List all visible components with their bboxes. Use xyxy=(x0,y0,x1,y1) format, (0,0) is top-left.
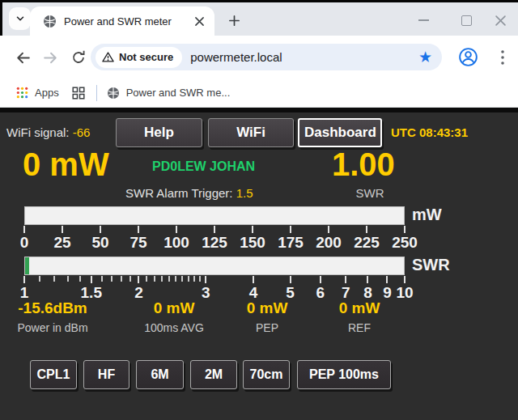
forward-button[interactable] xyxy=(40,47,61,68)
minimize-icon xyxy=(418,19,429,21)
bookmark-item[interactable]: Power and SWR me... xyxy=(126,87,231,99)
new-tab-button[interactable] xyxy=(223,9,245,32)
globe-favicon-icon xyxy=(43,15,57,28)
minor-tick xyxy=(188,276,189,282)
minor-tick xyxy=(79,276,81,282)
url-text: powermeter.local xyxy=(190,50,282,64)
utc-clock: UTC 08:43:31 xyxy=(391,125,468,139)
major-tick xyxy=(328,226,329,233)
browser-menu-button[interactable] xyxy=(495,47,510,68)
minor-tick xyxy=(146,276,147,282)
close-icon xyxy=(495,15,506,26)
apps-label[interactable]: Apps xyxy=(35,87,59,99)
major-tick xyxy=(138,226,139,233)
major-tick xyxy=(23,276,25,283)
power-meter-bar xyxy=(24,206,405,225)
page-top-border xyxy=(0,108,518,112)
nav-button-help[interactable]: Help xyxy=(116,118,202,147)
band-button-cpl1[interactable]: CPL1 xyxy=(30,360,77,389)
reading-list-grid-icon[interactable] xyxy=(72,87,85,100)
reload-button[interactable] xyxy=(68,47,89,68)
major-tick xyxy=(62,226,63,233)
major-tick xyxy=(91,276,92,283)
major-tick xyxy=(205,276,206,283)
power-meter-unit: mW xyxy=(412,206,442,224)
band-button-70cm[interactable]: 70cm xyxy=(243,360,290,389)
major-tick xyxy=(366,226,367,233)
readout-label: REF xyxy=(303,321,416,334)
minor-tick xyxy=(39,276,40,282)
readout-ref: 0 mWREF xyxy=(303,299,416,334)
tick-label: 250 xyxy=(382,234,427,252)
swr-meter-unit: SWR xyxy=(412,256,450,274)
readout-label: Power in dBm xyxy=(0,321,109,334)
minor-tick xyxy=(193,276,195,282)
major-tick xyxy=(386,276,388,283)
minor-tick xyxy=(67,276,69,282)
bookmarks-divider xyxy=(96,85,97,101)
major-tick xyxy=(176,226,177,233)
swr-alarm-label: SWR Alarm Trigger: xyxy=(125,186,233,200)
browser-window: Power and SWR meter xyxy=(0,0,518,420)
bookmark-star-icon[interactable]: ★ xyxy=(418,48,432,66)
minor-tick xyxy=(199,276,201,282)
wifi-signal-label: WiFi signal: xyxy=(6,125,70,139)
power-meter-scale: 0255075100125150175200225250 xyxy=(24,226,429,255)
nav-button-wifi[interactable]: WiFi xyxy=(208,118,294,147)
minor-tick xyxy=(181,276,183,282)
band-button-hf[interactable]: HF xyxy=(83,360,130,389)
band-button-2m[interactable]: 2M xyxy=(190,360,237,389)
major-tick xyxy=(100,226,101,233)
major-tick xyxy=(345,276,346,283)
page-content: WiFi signal: -66 UTC 08:43:31 0 mW PD0LE… xyxy=(0,108,518,420)
band-button-6m[interactable]: 6M xyxy=(136,360,184,389)
three-dot-menu-icon xyxy=(501,50,504,65)
minor-tick xyxy=(175,276,176,282)
swr-caption: SWR xyxy=(346,186,393,200)
power-reading: 0 mW xyxy=(23,146,109,182)
security-chip[interactable]: Not secure xyxy=(96,47,182,68)
readout-power-in-dbm: -15.6dBmPower in dBm xyxy=(0,299,109,334)
nav-button-dashboard[interactable]: Dashboard xyxy=(298,118,382,147)
minor-tick xyxy=(130,276,131,282)
maximize-icon xyxy=(461,15,472,26)
major-tick xyxy=(253,276,254,283)
readout-value: -15.6dBm xyxy=(0,299,109,317)
tab-title: Power and SWR meter xyxy=(64,15,192,28)
swr-reading: 1.00 xyxy=(332,146,395,182)
warning-triangle-icon xyxy=(102,51,114,63)
minor-tick xyxy=(154,276,155,282)
tab-strip: Power and SWR meter xyxy=(0,0,518,36)
swr-alarm-value: 1.5 xyxy=(236,186,253,200)
apps-grid-icon[interactable] xyxy=(16,87,28,99)
back-button[interactable] xyxy=(12,47,33,68)
readout-value: 0 mW xyxy=(303,299,416,317)
chevron-down-icon xyxy=(15,13,26,24)
major-tick xyxy=(23,226,25,233)
major-tick xyxy=(320,276,321,283)
minor-tick xyxy=(168,276,170,282)
close-button[interactable] xyxy=(488,9,512,32)
profile-avatar-icon xyxy=(457,46,479,68)
maximize-button[interactable] xyxy=(454,9,478,32)
major-tick xyxy=(290,226,291,233)
back-arrow-icon xyxy=(15,49,32,66)
major-tick xyxy=(138,276,139,283)
major-tick xyxy=(290,276,291,283)
profile-button[interactable] xyxy=(457,46,479,68)
major-tick xyxy=(404,276,405,283)
major-tick xyxy=(214,226,215,233)
browser-tab[interactable]: Power and SWR meter xyxy=(30,6,214,36)
tab-search-button[interactable] xyxy=(9,7,31,30)
tab-close-icon[interactable] xyxy=(192,14,206,28)
swr-meter-bar xyxy=(24,257,405,275)
minor-tick xyxy=(101,276,103,282)
bookmarks-bar: Apps Power and SWR me... xyxy=(0,78,518,108)
minor-tick xyxy=(161,276,163,282)
minimize-button[interactable] xyxy=(411,9,435,32)
band-button-pep-100ms[interactable]: PEP 100ms xyxy=(297,360,391,389)
address-bar[interactable]: Not secure powermeter.local ★ xyxy=(91,44,442,70)
security-chip-label: Not secure xyxy=(119,51,173,63)
minor-tick xyxy=(121,276,122,282)
reload-icon xyxy=(70,49,87,66)
